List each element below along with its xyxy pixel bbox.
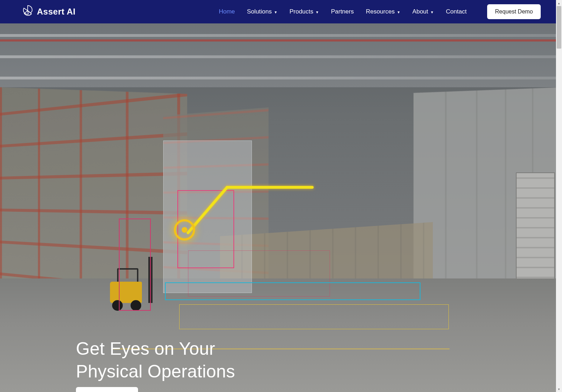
hero-bg-forklift-wheel [112, 300, 123, 311]
nav-link-label: Solutions [247, 8, 272, 15]
nav-link-solutions[interactable]: Solutions ▼ [247, 8, 277, 15]
nav-link-label: Home [219, 8, 235, 15]
hero-bg-ceiling [0, 23, 562, 87]
brand-logo[interactable]: Assert AI [21, 4, 76, 19]
nav-link-partners[interactable]: Partners [331, 8, 354, 15]
hero-bg-beam [0, 77, 562, 79]
top-navbar: Assert AI Home Solutions ▼ Products ▼ Pa… [0, 0, 562, 23]
scroll-down-button[interactable]: ▾ [556, 386, 562, 392]
hero-section: Get Eyes on Your Physical Operations Boo… [0, 23, 562, 392]
hero-headline-line2: Physical Operations [76, 361, 235, 381]
nav-link-products[interactable]: Products ▼ [290, 8, 319, 15]
chevron-down-icon: ▼ [274, 10, 277, 14]
hero-headline-line1: Get Eyes on Your [76, 339, 215, 359]
nav-link-label: About [412, 8, 428, 15]
hero-bg-forklift-body [110, 282, 142, 303]
chevron-down-icon: ▼ [315, 10, 319, 14]
nav-link-label: Products [290, 8, 313, 15]
brand-logo-icon [21, 4, 34, 19]
nav-link-home[interactable]: Home [219, 8, 235, 15]
nav-link-label: Contact [446, 8, 467, 15]
brand-name: Assert AI [37, 7, 76, 17]
nav-link-label: Partners [331, 8, 354, 15]
scroll-thumb[interactable] [557, 6, 561, 49]
hero-bg-pipe [0, 39, 562, 42]
hero-bg-forklift [106, 258, 153, 311]
request-demo-button[interactable]: Request Demo [487, 4, 541, 19]
nav-link-about[interactable]: About ▼ [412, 8, 434, 15]
vertical-scrollbar[interactable]: ▴ ▾ [556, 0, 562, 392]
chevron-down-icon: ▼ [430, 10, 434, 14]
nav-links: Home Solutions ▼ Products ▼ Partners Res… [219, 4, 541, 19]
nav-link-resources[interactable]: Resources ▼ [366, 8, 400, 15]
scroll-up-button[interactable]: ▴ [556, 0, 562, 6]
chevron-down-icon: ▼ [397, 10, 400, 14]
book-demo-button[interactable]: Book a Demo → [76, 387, 138, 392]
nav-link-label: Resources [366, 8, 395, 15]
nav-link-contact[interactable]: Contact [446, 8, 467, 15]
hero-headline: Get Eyes on Your Physical Operations [76, 337, 235, 383]
hero-bg-forklift-mast [148, 257, 153, 303]
hero-bg-beam [0, 55, 562, 58]
hero-bg-forklift-wheel [131, 300, 141, 311]
hero-bg-beam [0, 34, 562, 37]
